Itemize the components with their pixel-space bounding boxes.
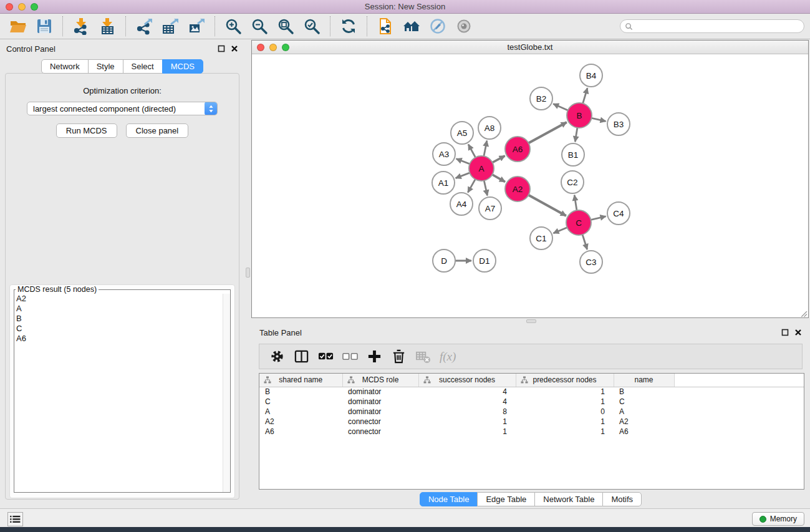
cell-mcds-role: dominator [342, 387, 418, 397]
result-item-b[interactable]: B [14, 314, 230, 324]
graph-node-A8[interactable]: A8 [478, 117, 501, 139]
table-row-a[interactable]: Adominator80A [259, 407, 804, 417]
add-column-button[interactable] [365, 349, 383, 365]
criterion-select[interactable]: largest connected component (directed) [27, 102, 218, 115]
column-header-successor-nodes[interactable]: successor nodes [418, 374, 516, 387]
graph-node-C4[interactable]: C4 [607, 202, 630, 225]
float-panel-icon[interactable] [218, 45, 225, 52]
graphics-details-button[interactable] [428, 17, 447, 36]
column-header-name[interactable]: name [614, 374, 674, 387]
svg-text:C3: C3 [586, 258, 596, 267]
column-header-mcds-role[interactable]: MCDS role [342, 374, 418, 387]
resize-grip-icon[interactable] [799, 309, 808, 317]
trash-icon [391, 349, 407, 364]
select-all-button[interactable] [317, 349, 334, 365]
zoom-out-button[interactable] [250, 17, 269, 36]
float-panel-icon[interactable] [781, 329, 789, 336]
network-overview-button[interactable] [402, 17, 421, 36]
network-window-titlebar[interactable]: testGlobe.txt [252, 41, 808, 54]
zoom-fit-button[interactable] [276, 17, 295, 36]
open-folder-icon [9, 17, 27, 35]
graph-node-B[interactable]: B [567, 103, 592, 128]
graph-node-C1[interactable]: C1 [530, 227, 552, 249]
control-tab-select[interactable]: Select [123, 59, 163, 74]
hide-panel-button[interactable] [455, 17, 473, 36]
graph-node-A[interactable]: A [469, 156, 494, 181]
network-canvas[interactable]: B4B2BB3A8A5A6A3B1AC2A1A2A4A7C4CC1C3DD1 [252, 54, 808, 317]
vertical-divider-handle[interactable] [246, 268, 250, 278]
graph-node-B1[interactable]: B1 [562, 143, 584, 166]
graph-node-A3[interactable]: A3 [433, 143, 455, 165]
control-tab-style[interactable]: Style [88, 59, 123, 74]
graph-node-B2[interactable]: B2 [530, 87, 552, 110]
graph-node-B3[interactable]: B3 [607, 113, 630, 135]
graph-node-C3[interactable]: C3 [580, 251, 602, 273]
table-row-b[interactable]: Bdominator41B [259, 387, 804, 397]
table-tab-network-table[interactable]: Network Table [534, 492, 603, 506]
close-panel-button[interactable]: Close panel [126, 123, 189, 138]
gear-icon [269, 349, 285, 364]
graph-node-A4[interactable]: A4 [450, 193, 473, 215]
svg-text:B2: B2 [536, 94, 547, 104]
control-tab-mcds[interactable]: MCDS [162, 59, 203, 74]
result-scrollbar[interactable] [223, 294, 230, 492]
graph-node-A6[interactable]: A6 [505, 137, 530, 162]
close-panel-icon[interactable] [794, 329, 802, 336]
result-item-a6[interactable]: A6 [14, 334, 230, 344]
memory-button[interactable]: Memory [752, 512, 804, 526]
table-panel-tabs: Node TableEdge TableNetwork TableMotifs [251, 492, 810, 506]
control-tab-network[interactable]: Network [41, 59, 89, 74]
cell-mcds-role: connector [342, 417, 418, 427]
unchecked-boxes-icon [342, 349, 358, 364]
export-image-button[interactable] [187, 17, 206, 36]
graph-node-A1[interactable]: A1 [432, 172, 455, 194]
close-panel-icon[interactable] [231, 45, 238, 52]
table-row-a2[interactable]: A2connector11A2 [259, 417, 804, 427]
main-toolbar [0, 14, 810, 39]
control-panel: Control Panel NetworkStyleSelectMCDS Opt… [0, 39, 244, 508]
control-panel-tabs: NetworkStyleSelectMCDS [0, 59, 244, 74]
toolbar-separator [367, 16, 367, 36]
export-network-button[interactable] [135, 17, 153, 36]
deselect-all-button[interactable] [341, 349, 359, 365]
mcds-result-list[interactable]: A2ABCA6 [14, 294, 230, 490]
graph-node-C2[interactable]: C2 [561, 171, 584, 193]
column-header-shared-name[interactable]: shared name [259, 374, 342, 387]
result-item-a2[interactable]: A2 [14, 294, 230, 304]
manage-networks-button[interactable] [376, 17, 395, 36]
show-columns-button[interactable] [292, 349, 310, 365]
open-session-button[interactable] [9, 17, 27, 36]
result-item-c[interactable]: C [14, 324, 230, 334]
zoom-selected-button[interactable] [302, 17, 321, 36]
run-mcds-button[interactable]: Run MCDS [56, 123, 117, 138]
graph-node-A2[interactable]: A2 [505, 177, 530, 201]
graph-node-A7[interactable]: A7 [479, 197, 501, 220]
svg-text:A: A [478, 164, 484, 173]
import-table-button[interactable] [98, 17, 117, 36]
export-table-icon [162, 17, 179, 35]
search-input[interactable] [633, 21, 804, 32]
result-item-a[interactable]: A [14, 304, 230, 314]
import-network-button[interactable] [72, 17, 90, 36]
export-table-button[interactable] [161, 17, 180, 36]
column-header-predecessor-nodes[interactable]: predecessor nodes [516, 374, 614, 387]
table-tab-edge-table[interactable]: Edge Table [477, 492, 535, 506]
table-tab-node-table[interactable]: Node Table [420, 492, 478, 506]
zoom-in-button[interactable] [224, 17, 243, 36]
cell-name: A [614, 407, 674, 417]
graph-node-B4[interactable]: B4 [580, 64, 602, 87]
column-settings-button[interactable] [268, 349, 286, 365]
graph-node-D1[interactable]: D1 [473, 249, 496, 272]
table-tab-motifs[interactable]: Motifs [602, 492, 642, 506]
graph-node-D[interactable]: D [433, 249, 455, 272]
table-row-c[interactable]: Cdominator41C [259, 397, 804, 407]
delete-column-button[interactable] [390, 349, 407, 365]
horizontal-divider-handle[interactable] [526, 319, 536, 323]
app-titlebar[interactable]: Session: New Session [0, 0, 810, 14]
graph-node-C[interactable]: C [566, 210, 591, 235]
task-history-button[interactable] [7, 512, 23, 526]
save-session-button[interactable] [35, 17, 54, 36]
apply-layout-button[interactable] [339, 17, 358, 36]
graph-node-A5[interactable]: A5 [451, 122, 473, 144]
table-row-a6[interactable]: A6connector11A6 [259, 427, 804, 437]
